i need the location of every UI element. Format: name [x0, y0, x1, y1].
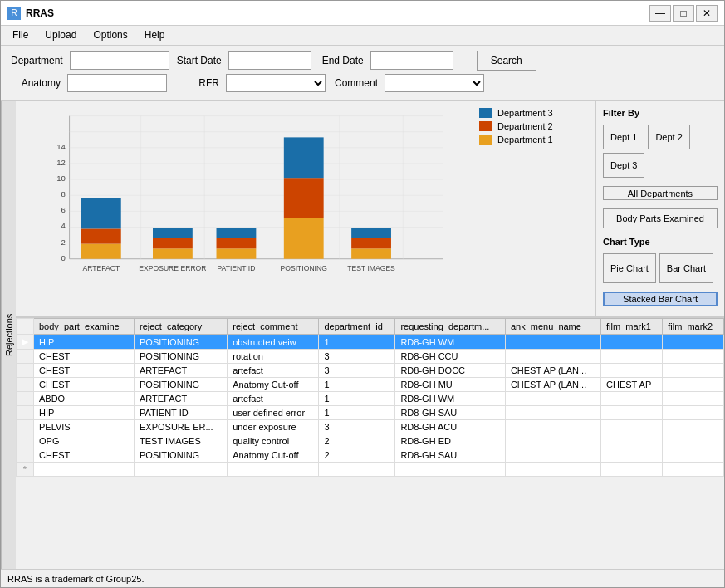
status-text: RRAS is a trademark of Group25. — [7, 574, 144, 584]
cell-menu-name: CHEST AP (LAN... — [505, 364, 600, 378]
anatomy-input[interactable] — [67, 74, 167, 92]
dept1-button[interactable]: Dept 1 — [603, 125, 644, 149]
legend-dept1: Department 1 — [479, 135, 595, 145]
svg-text:12: 12 — [56, 158, 66, 167]
data-table[interactable]: body_part_examine reject_category reject… — [16, 317, 724, 569]
app-icon: R — [7, 7, 21, 20]
legend-label-dept1: Department 1 — [497, 135, 553, 145]
row-indicator — [17, 350, 34, 364]
bar-testimages-d1 — [351, 248, 391, 258]
cell-reject-comment: quality control — [228, 434, 319, 448]
menu-options[interactable]: Options — [85, 27, 135, 43]
cell-body-part: CHEST — [34, 448, 135, 463]
cell-dept-id: 3 — [319, 350, 395, 364]
cell-reject-category: POSITIONING — [135, 335, 228, 350]
cell-reject-comment: Anatomy Cut-off — [228, 378, 319, 392]
start-date-label: Start Date — [176, 55, 222, 66]
col-film1: film_mark1 — [601, 319, 663, 335]
row-indicator — [17, 448, 34, 463]
svg-text:14: 14 — [56, 142, 66, 151]
all-departments-button[interactable]: All Departments — [603, 186, 718, 200]
cell-menu-name: CHEST AP (LAN... — [505, 378, 600, 392]
legend-swatch-dept2 — [479, 121, 492, 131]
cell-film2 — [663, 364, 724, 378]
table-new-row: * — [17, 463, 724, 477]
cell-body-part: ABDO — [34, 392, 135, 406]
end-date-input[interactable] — [370, 51, 453, 70]
cell-dept-id: 3 — [319, 420, 395, 434]
cell-film2 — [663, 392, 724, 406]
cell-reject-category: ARTEFACT — [135, 392, 228, 406]
legend-label-dept3: Department 3 — [497, 108, 553, 118]
cell-film2 — [663, 448, 724, 463]
legend-swatch-dept3 — [479, 108, 492, 118]
stacked-bar-chart-button[interactable]: Stacked Bar Chart — [603, 292, 718, 306]
end-date-label: End Date — [318, 55, 364, 66]
bar-testimages-d3 — [351, 228, 391, 238]
dept3-button[interactable]: Dept 3 — [603, 153, 644, 178]
table-body: ▶ HIP POSITIONING obstructed veiw 1 RD8-… — [17, 335, 724, 477]
table-row[interactable]: CHEST POSITIONING Anatomy Cut-off 2 RD8-… — [17, 448, 724, 463]
menu-help[interactable]: Help — [136, 27, 174, 43]
menu-file[interactable]: File — [4, 27, 37, 43]
minimize-button[interactable]: — — [649, 5, 671, 22]
svg-text:4: 4 — [61, 221, 66, 230]
bar-exposure-d2 — [153, 238, 193, 248]
bar-patientid-d1 — [217, 248, 257, 258]
table-row[interactable]: ABDO ARTEFACT artefact 1 RD8-GH WM — [17, 392, 724, 406]
legend-label-dept2: Department 2 — [497, 121, 553, 131]
row-indicator — [17, 420, 34, 434]
search-button[interactable]: Search — [477, 51, 536, 71]
cell-menu-name — [505, 420, 600, 434]
pie-chart-button[interactable]: Pie Chart — [603, 253, 656, 283]
cell-reject-comment: Anatomy Cut-off — [228, 448, 319, 463]
col-indicator — [17, 319, 34, 335]
rfr-select[interactable] — [226, 74, 326, 92]
col-reject-category: reject_category — [135, 319, 228, 335]
svg-text:8: 8 — [61, 189, 65, 198]
cell-reject-comment: artefact — [228, 364, 319, 378]
chart-and-controls: 0 2 4 6 8 10 12 14 — [16, 101, 724, 317]
department-input[interactable] — [70, 51, 169, 70]
table-row[interactable]: CHEST POSITIONING Anatomy Cut-off 1 RD8-… — [17, 378, 724, 392]
bar-positioning-d2 — [284, 178, 324, 218]
cell-body-part: CHEST — [34, 350, 135, 364]
cell-reject-comment: under exposure — [228, 420, 319, 434]
legend-dept3: Department 3 — [479, 108, 595, 118]
col-film2: film_mark2 — [663, 319, 724, 335]
svg-text:PATIENT ID: PATIENT ID — [218, 264, 256, 272]
svg-text:POSITIONING: POSITIONING — [281, 264, 328, 272]
cell-film1: CHEST AP — [601, 378, 663, 392]
table-row[interactable]: ▶ HIP POSITIONING obstructed veiw 1 RD8-… — [17, 335, 724, 350]
table-row[interactable]: OPG TEST IMAGES quality control 2 RD8-GH… — [17, 434, 724, 448]
cell-body-part: PELVIS — [34, 420, 135, 434]
svg-text:10: 10 — [56, 174, 66, 183]
cell-reject-category: POSITIONING — [135, 378, 228, 392]
cell-film1 — [601, 335, 663, 350]
table-row[interactable]: HIP PATIENT ID user defined error 1 RD8-… — [17, 406, 724, 420]
dept2-button[interactable]: Dept 2 — [648, 125, 689, 149]
cell-body-part: HIP — [34, 406, 135, 420]
comment-select[interactable] — [385, 74, 484, 92]
cell-film1 — [601, 434, 663, 448]
menu-upload[interactable]: Upload — [37, 27, 85, 43]
body-parts-button[interactable]: Body Parts Examined — [603, 208, 718, 228]
bar-chart-button[interactable]: Bar Chart — [659, 253, 713, 283]
close-button[interactable]: ✕ — [696, 5, 718, 22]
cell-requesting-dept: RD8-GH WM — [395, 335, 505, 350]
sidebar-rejections-label: Rejections — [1, 101, 16, 569]
cell-menu-name — [505, 406, 600, 420]
col-menu-name: ank_menu_name — [505, 319, 600, 335]
bar-exposure-d3 — [153, 228, 193, 238]
bar-artefact-d2 — [81, 228, 121, 243]
window-title: RRAS — [26, 7, 649, 19]
table-row[interactable]: CHEST POSITIONING rotation 3 RD8-GH CCU — [17, 350, 724, 364]
maximize-button[interactable]: □ — [673, 5, 694, 22]
table-row[interactable]: PELVIS EXPOSURE ER... under exposure 3 R… — [17, 420, 724, 434]
start-date-input[interactable] — [228, 51, 311, 70]
cell-menu-name — [505, 434, 600, 448]
table-row[interactable]: CHEST ARTEFACT artefact 3 RD8-GH DOCC CH… — [17, 364, 724, 378]
svg-text:2: 2 — [61, 238, 65, 247]
bar-patientid-d2 — [217, 238, 257, 248]
bar-positioning-d3 — [284, 137, 324, 178]
